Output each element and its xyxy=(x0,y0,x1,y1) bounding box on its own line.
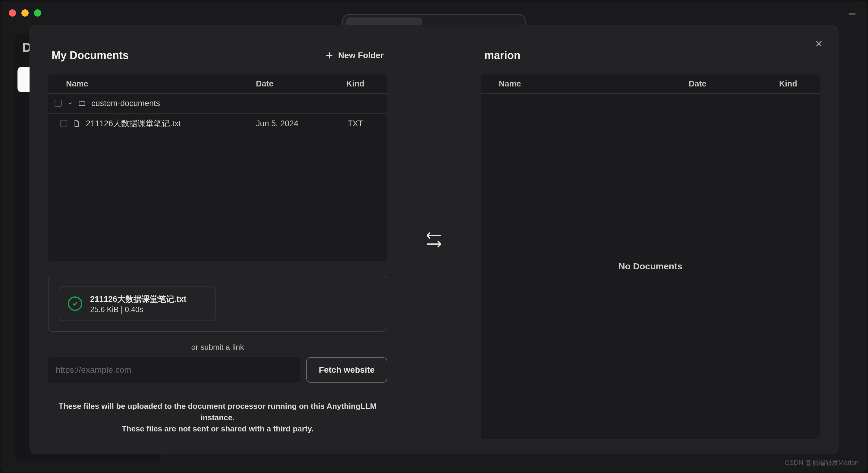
window-close-button[interactable] xyxy=(9,9,16,17)
table-body: custom-documents 211126大数据课堂笔记.txt Jun 5… xyxy=(48,94,387,261)
window-more-icon: ••• xyxy=(848,9,855,19)
folder-icon xyxy=(78,99,87,108)
window-minimize-button[interactable] xyxy=(22,9,29,17)
workspace-table: Name Date Kind No Documents xyxy=(481,74,820,439)
check-circle-icon xyxy=(68,296,82,311)
table-header: Name Date Kind xyxy=(481,74,820,94)
documents-modal: My Documents New Folder Name Date Kind xyxy=(30,25,838,454)
uploaded-file-chip: 211126大数据课堂笔记.txt 25.6 KiB | 0.40s xyxy=(59,286,216,321)
column-name: Name xyxy=(66,79,256,89)
workspace-title: marion xyxy=(484,49,521,62)
row-checkbox[interactable] xyxy=(55,100,62,107)
watermark: CSDN @后端研发Marion xyxy=(784,458,859,467)
table-body: No Documents xyxy=(481,94,820,439)
chevron-down-icon[interactable] xyxy=(67,100,74,107)
new-folder-label: New Folder xyxy=(338,51,384,60)
window-controls xyxy=(9,9,41,17)
column-kind: Kind xyxy=(331,79,379,89)
upload-dropzone[interactable]: 211126大数据课堂笔记.txt 25.6 KiB | 0.40s xyxy=(48,276,387,332)
column-date: Date xyxy=(256,79,331,89)
link-row: Fetch website xyxy=(48,357,387,383)
my-documents-table: Name Date Kind cus xyxy=(48,74,387,261)
row-checkbox[interactable] xyxy=(60,120,67,127)
uploaded-file-meta: 25.6 KiB | 0.40s xyxy=(90,305,187,314)
fetch-website-button[interactable]: Fetch website xyxy=(306,357,387,383)
table-header: Name Date Kind xyxy=(48,74,387,94)
window-zoom-button[interactable] xyxy=(34,9,41,17)
empty-state-label: No Documents xyxy=(481,94,820,439)
file-kind: TXT xyxy=(331,119,379,128)
my-documents-title: My Documents xyxy=(52,49,129,62)
plus-icon xyxy=(325,51,334,60)
my-documents-header: My Documents New Folder xyxy=(48,42,387,69)
new-folder-button[interactable]: New Folder xyxy=(325,51,384,60)
link-url-input[interactable] xyxy=(48,357,300,383)
my-documents-panel: My Documents New Folder Name Date Kind xyxy=(48,42,387,439)
close-button[interactable] xyxy=(812,36,826,51)
app-window: ••• D Documents Data Connectors My Docum… xyxy=(1,1,867,472)
uploaded-file-name: 211126大数据课堂笔记.txt xyxy=(90,294,187,305)
transfer-column xyxy=(387,42,481,439)
file-date: Jun 5, 2024 xyxy=(256,119,331,128)
file-icon xyxy=(72,119,81,128)
modal-body: My Documents New Folder Name Date Kind xyxy=(48,42,820,439)
column-name: Name xyxy=(499,79,689,89)
workspace-header: marion xyxy=(481,42,820,69)
close-icon xyxy=(815,39,823,48)
file-row[interactable]: 211126大数据课堂笔记.txt Jun 5, 2024 TXT xyxy=(48,114,387,133)
folder-row[interactable]: custom-documents xyxy=(48,94,387,114)
workspace-panel: marion Name Date Kind No Documents xyxy=(481,42,820,439)
file-name: 211126大数据课堂笔记.txt xyxy=(86,118,256,129)
upload-disclaimer: These files will be uploaded to the docu… xyxy=(48,401,387,435)
or-submit-link-label: or submit a link xyxy=(48,343,387,352)
column-date: Date xyxy=(689,79,764,89)
folder-name: custom-documents xyxy=(91,99,256,108)
column-kind: Kind xyxy=(764,79,812,89)
transfer-arrows-icon[interactable] xyxy=(424,229,444,252)
